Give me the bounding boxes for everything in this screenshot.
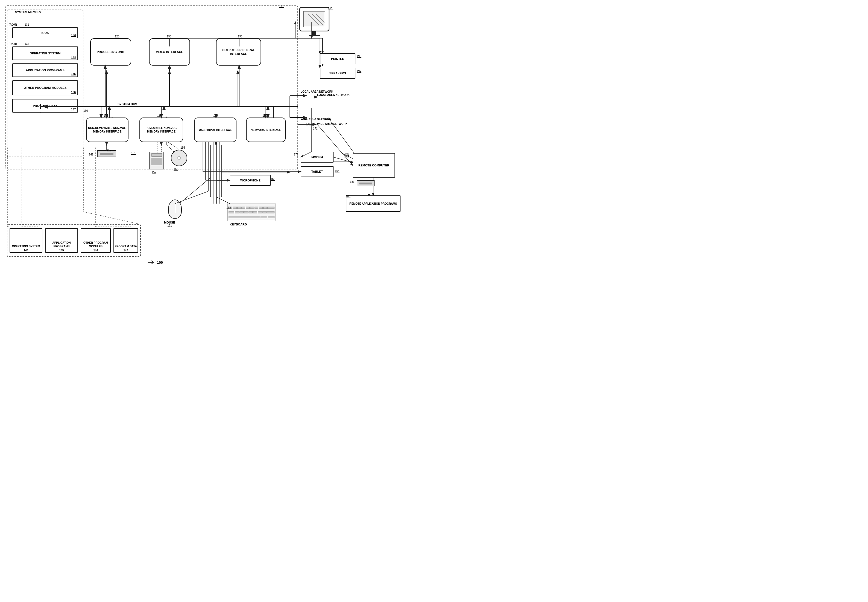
wan-label: WIDE AREA NETWORK [301,118,331,120]
modem-label: MODEM [311,155,323,159]
ref-131: 131 [25,23,29,26]
remote-app-programs-box: REMOTE APPLICATION PROGRAMS [346,195,400,212]
ref-164: 164 [335,169,340,172]
ref-185: 185 [346,195,351,198]
program-data-label: PROGRAM DATA [33,104,57,108]
network-interface-label: NETWORK INTERFACE [251,128,281,132]
ref-181: 181 [350,180,355,183]
app-programs-box: APPLICATION PROGRAMS 135 [12,63,78,77]
non-removable-box: NON-REMOVABLE NON-VOL. MEMORY INTERFACE [86,118,128,142]
bottom-app-box: APPLICATION PROGRAMS 145 [45,228,78,253]
ref-161: 161 [167,224,172,227]
ref-144: 144 [24,249,28,252]
tablet-label: TABLET [311,170,323,174]
ref-173: 173 [345,154,349,157]
bottom-os-label: OPERATING SYSTEM [12,244,40,248]
ref-135: 135 [71,72,76,76]
microphone-box: MICROPHONE [230,175,271,186]
ref-156: 156 [174,167,178,170]
ram-label: (RAM) [9,42,17,45]
removable-label: REMOVABLE NON-VOL. MEMORY INTERFACE [140,126,183,134]
microphone-label: MICROPHONE [240,178,260,182]
ref-163: 163 [271,178,275,181]
other-modules-label: OTHER PROGRAM MODULES [23,86,66,90]
ref-155: 155 [180,146,185,149]
diagram-ref-100: 100 [148,260,163,265]
output-peripheral-box: OUTPUT PERIPHERAL INTERFACE [216,38,261,66]
output-peripheral-label: OUTPUT PERIPHERAL INTERFACE [217,48,260,56]
modem-box: MODEM [301,152,334,163]
svg-line-97 [83,212,139,224]
network-interface-box: NETWORK INTERFACE [246,118,286,142]
printer-label: PRINTER [331,57,344,61]
ref-171b: 171 [313,127,318,130]
system-bus-label: SYSTEM BUS [117,103,137,106]
diagram: 110 SYSTEM MEMORY (ROM) 131 BIOS 133 (RA… [0,0,434,301]
monitor [299,7,329,31]
lan-ref-label: LOCAL AREA NETWORK [317,94,350,97]
optical-icon [171,150,187,166]
bottom-pd-box: PROGRAM DATA 147 [114,228,138,253]
wan-ref-label: WIDE AREA NETWORK [317,123,348,126]
mouse [168,200,182,219]
bios-box: BIOS 133 [12,27,78,38]
removable-box: REMOVABLE NON-VOL. MEMORY INTERFACE [139,118,183,142]
rom-label: (ROM) [9,23,17,26]
ref-110: 110 [279,4,284,8]
ref-137: 137 [71,108,76,111]
ref-146: 146 [94,249,98,252]
bios-label: BIOS [42,31,49,35]
ref-120: 120 [115,35,120,38]
remote-hdd-icon [357,180,374,186]
remote-computer-label: REMOTE COMPUTER [359,163,389,167]
svg-line-46 [316,14,325,22]
ref-133: 133 [71,33,76,37]
system-memory-label: SYSTEM MEMORY [15,11,42,14]
ref-195: 195 [238,35,243,38]
processing-unit-label: PROCESSING UNIT [97,50,125,54]
ref-147: 147 [123,249,128,252]
video-interface-box: VIDEO INTERFACE [149,38,190,66]
bottom-pd-label: PROGRAM DATA [115,244,137,248]
svg-line-28 [178,178,211,205]
mouse-label: MOUSE [164,221,175,224]
non-removable-label: NON-REMOVABLE NON-VOL. MEMORY INTERFACE [87,126,128,134]
printer-box: PRINTER [320,53,356,64]
ref-172: 172 [294,153,299,156]
video-interface-label: VIDEO INTERFACE [156,50,183,54]
ref-170: 170 [262,114,267,117]
bottom-opm-label: OTHER PROGRAM MODULES [81,241,110,248]
ref-136: 136 [71,91,76,94]
bottom-os-box: OPERATING SYSTEM 144 [9,228,42,253]
svg-line-55 [334,157,352,163]
ref-152: 152 [152,171,156,174]
ref-191: 191 [328,7,333,10]
user-input-label: USER INPUT INTERFACE [199,128,232,132]
ref-100: 100 [157,260,163,264]
other-modules-box: OTHER PROGRAM MODULES 136 [12,80,78,95]
floppy-icon [149,152,164,169]
ref-151: 151 [131,152,136,155]
ref-121: 121 [104,114,109,117]
ref-132: 132 [25,42,29,45]
ref-190: 190 [167,35,171,38]
ref-160: 160 [213,114,218,117]
speakers-label: SPEAKERS [329,71,346,75]
ref-196: 196 [357,55,362,58]
remote-app-programs-label: REMOTE APPLICATION PROGRAMS [349,202,397,206]
keyboard-label: KEYBOARD [230,223,247,226]
user-input-box: USER INPUT INTERFACE [194,118,237,142]
os-box: OPERATING SYSTEM 134 [12,46,78,60]
speakers-box: SPEAKERS [320,68,356,79]
ref-141: 141 [89,153,94,156]
remote-computer-box: REMOTE COMPUTER [352,153,395,178]
bottom-app-label: APPLICATION PROGRAMS [46,241,77,248]
ref-145: 145 [59,249,64,252]
os-label: OPERATING SYSTEM [30,51,61,55]
processing-unit-box: PROCESSING UNIT [90,38,131,66]
app-programs-label: APPLICATION PROGRAMS [26,68,65,72]
bottom-opm-box: OTHER PROGRAM MODULES 146 [81,228,111,253]
ref-140: 140 [107,148,111,151]
ref-171: 171 [306,123,311,126]
lan-label: LOCAL AREA NETWORK [301,90,333,93]
